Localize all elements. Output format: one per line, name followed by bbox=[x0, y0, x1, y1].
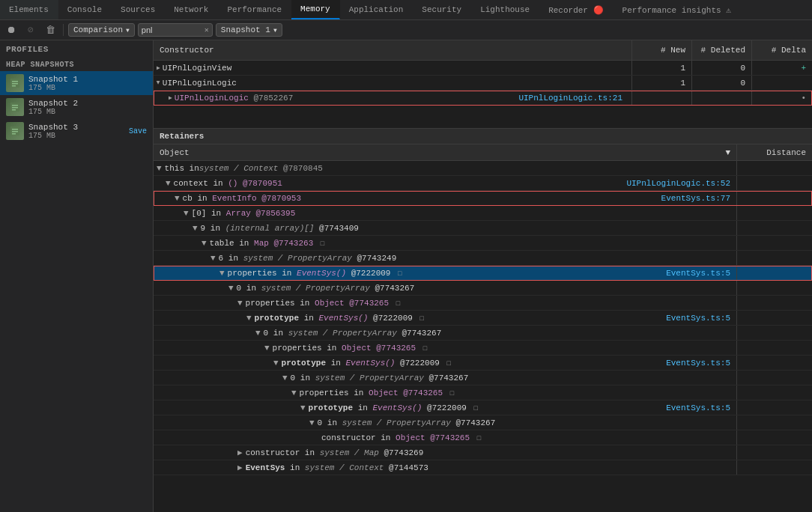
ret-row[interactable]: ▼ 0 in system / PropertyArray @7743267 bbox=[154, 415, 812, 430]
tree-row[interactable]: ▶ UIPnlLoginView 1 0 + bbox=[154, 61, 812, 76]
tab-elements[interactable]: Elements bbox=[0, 0, 58, 19]
ret-row[interactable]: ▼ 0 in system / PropertyArray @7743267 bbox=[154, 326, 812, 341]
snapshot-2-icon bbox=[6, 98, 24, 116]
sidebar-snapshot-3[interactable]: Snapshot 3 175 MB Save bbox=[0, 119, 153, 143]
ret-row[interactable]: ▼ 6 in system / PropertyArray @7743249 bbox=[154, 251, 812, 266]
ret-row-object: ▼ prototype in EventSys() @7222009 □ Eve… bbox=[154, 311, 737, 325]
retainers-header: Retainers bbox=[154, 128, 812, 144]
tab-application[interactable]: Application bbox=[340, 0, 413, 19]
ret-row[interactable]: ▼ 0 in system / PropertyArray @7743267 bbox=[154, 281, 812, 296]
tab-application-label: Application bbox=[349, 5, 404, 14]
at-symbol: @7852267 bbox=[249, 94, 293, 103]
expand-tri: ▼ bbox=[237, 299, 243, 308]
ret-row-distance bbox=[737, 430, 812, 445]
row-deleted: 0 bbox=[692, 76, 752, 90]
snapshot-dropdown[interactable]: Snapshot 1 ▼ bbox=[216, 23, 282, 37]
ret-row-object: ▼ 9 in (internal array)[] @7743409 bbox=[154, 221, 737, 235]
ret-row-object: ▼ properties in Object @7743265 □ bbox=[154, 385, 737, 400]
ret-row[interactable]: constructor in Object @7743265 □ bbox=[154, 430, 812, 445]
ret-row-object: ▼ table in Map @7743263 □ bbox=[154, 236, 737, 250]
row-constructor: ▶ UIPnlLoginLogic @7852267 UIPnlLoginLog… bbox=[154, 91, 632, 105]
ret-row-distance bbox=[737, 296, 812, 310]
clear-filter-button[interactable]: ✕ bbox=[204, 25, 209, 34]
filter-input[interactable] bbox=[142, 25, 202, 34]
tab-security[interactable]: Security bbox=[413, 0, 471, 19]
ret-row[interactable]: ▼ properties in EventSys() @7222009 □ Ev… bbox=[154, 266, 812, 281]
sidebar-snapshot-2[interactable]: Snapshot 2 175 MB bbox=[0, 95, 153, 119]
source-link[interactable]: EventSys.ts:5 bbox=[666, 403, 730, 412]
separator bbox=[63, 24, 64, 36]
expand-tri: ▼ bbox=[184, 209, 189, 218]
tab-performance[interactable]: Performance bbox=[218, 0, 291, 19]
ret-row-object: ▼ cb in EventInfo @7870953 EventSys.ts:7… bbox=[154, 191, 737, 205]
ret-row[interactable]: ▼ 0 in system / PropertyArray @7743267 bbox=[154, 371, 812, 385]
svg-rect-10 bbox=[12, 131, 18, 132]
ret-row-distance bbox=[737, 176, 812, 190]
ret-row[interactable]: ▼ properties in Object @7743265 □ bbox=[154, 296, 812, 311]
ret-row-distance bbox=[737, 356, 812, 370]
ret-row-distance bbox=[737, 266, 812, 280]
tab-recorder[interactable]: Recorder 🔴 bbox=[539, 0, 613, 19]
expand-tri: ▼ bbox=[166, 179, 171, 188]
ret-row[interactable]: ▼ cb in EventInfo @7870953 EventSys.ts:7… bbox=[154, 191, 812, 206]
source-link[interactable]: EventSys.ts:5 bbox=[666, 359, 730, 368]
record-button[interactable]: ⏺ bbox=[3, 22, 19, 38]
expand-tri: ▼ bbox=[193, 224, 198, 233]
snapshot-1-name: Snapshot 1 bbox=[28, 75, 147, 84]
ret-row-distance bbox=[737, 251, 812, 265]
row-delta bbox=[752, 76, 812, 90]
ret-row[interactable]: ▼ prototype in EventSys() @7222009 □ Eve… bbox=[154, 311, 812, 326]
save-link[interactable]: Save bbox=[129, 127, 147, 135]
source-link[interactable]: EventSys.ts:5 bbox=[666, 314, 730, 323]
ret-row[interactable]: ▼ this in system / Context @7870845 bbox=[154, 161, 812, 176]
tree-row[interactable]: ▶ UIPnlLoginLogic @7852267 UIPnlLoginLog… bbox=[154, 91, 812, 106]
retainers-tree: ▼ this in system / Context @7870845 ▼ co… bbox=[154, 161, 812, 512]
ret-row[interactable]: ▼ table in Map @7743263 □ bbox=[154, 236, 812, 251]
comparison-dropdown[interactable]: Comparison ▼ bbox=[68, 23, 135, 37]
source-link[interactable]: EventSys.ts:77 bbox=[661, 194, 730, 203]
constructor-name: UIPnlLoginLogic bbox=[163, 79, 237, 88]
expand-tri: ▼ bbox=[255, 329, 261, 338]
ret-row[interactable]: ▼ context in () @7870951 UIPnlLoginLogic… bbox=[154, 176, 812, 191]
tab-sources[interactable]: Sources bbox=[112, 0, 165, 19]
ret-row-distance bbox=[737, 161, 812, 175]
clear-button[interactable]: ⊘ bbox=[22, 22, 39, 38]
tab-console[interactable]: Console bbox=[58, 0, 112, 19]
ret-row-distance bbox=[737, 385, 812, 400]
snapshot-label: Snapshot 1 bbox=[221, 25, 270, 34]
ret-row-distance bbox=[737, 281, 812, 295]
tree-row[interactable]: ▶ UIPnlLoginLogic 1 0 bbox=[154, 76, 812, 91]
source-link[interactable]: UIPnlLoginLogic.ts:52 bbox=[626, 179, 730, 188]
expand-tri: ▼ bbox=[228, 284, 234, 293]
ret-row-object: constructor in Object @7743265 □ bbox=[154, 430, 737, 445]
row-constructor: ▶ UIPnlLoginView bbox=[154, 61, 632, 75]
tab-network[interactable]: Network bbox=[165, 0, 218, 19]
tab-memory[interactable]: Memory bbox=[291, 0, 340, 19]
tab-console-label: Console bbox=[67, 5, 102, 14]
tab-performance-insights[interactable]: Performance insights ⚠ bbox=[613, 0, 741, 19]
ret-row[interactable]: ▼ properties in Object @7743265 □ bbox=[154, 341, 812, 356]
row-new bbox=[632, 91, 692, 105]
ret-row[interactable]: ▶ constructor in system / Map @7743269 bbox=[154, 445, 812, 460]
source-link[interactable]: EventSys.ts:5 bbox=[666, 269, 730, 278]
ret-row[interactable]: ▼ 9 in (internal array)[] @7743409 bbox=[154, 221, 812, 236]
source-link[interactable]: UIPnlLoginLogic.ts:21 bbox=[518, 94, 622, 103]
constructor-name: UIPnlLoginView bbox=[163, 64, 231, 73]
tab-recorder-label: Recorder 🔴 bbox=[548, 5, 603, 15]
row-deleted bbox=[692, 91, 752, 105]
ret-row[interactable]: ▶ EventSys in system / Context @7144573 bbox=[154, 460, 812, 475]
main-area: Profiles HEAP SNAPSHOTS Snapshot 1 175 M… bbox=[0, 40, 812, 512]
tab-lighthouse[interactable]: Lighthouse bbox=[471, 0, 539, 19]
ret-row[interactable]: ▼ [0] in Array @7856395 bbox=[154, 206, 812, 221]
sidebar-snapshot-1[interactable]: Snapshot 1 175 MB bbox=[0, 71, 153, 95]
tab-performance-insights-label: Performance insights ⚠ bbox=[622, 5, 731, 15]
ret-row-distance bbox=[737, 326, 812, 340]
col-new-header: # New bbox=[632, 40, 692, 60]
snapshot-3-icon bbox=[6, 122, 24, 140]
ret-row[interactable]: ▼ prototype in EventSys() @7222009 □ Eve… bbox=[154, 356, 812, 371]
tab-sources-label: Sources bbox=[121, 5, 155, 14]
ret-row[interactable]: ▼ properties in Object @7743265 □ bbox=[154, 385, 812, 400]
ret-row-object: ▼ properties in EventSys() @7222009 □ Ev… bbox=[154, 266, 737, 280]
ret-row[interactable]: ▼ prototype in EventSys() @7222009 □ Eve… bbox=[154, 400, 812, 415]
delete-button[interactable]: 🗑 bbox=[42, 22, 58, 38]
